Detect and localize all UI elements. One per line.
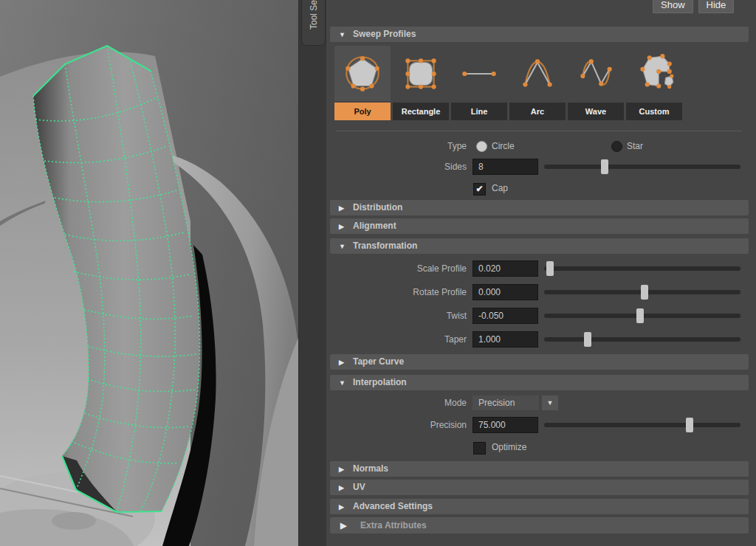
optimize-checkbox[interactable]: ✔ [473,442,486,455]
cap-row: ✔ Cap [326,182,749,195]
profile-tile-poly[interactable] [334,46,391,101]
tab-custom[interactable]: Custom [626,103,682,120]
show-button[interactable]: Show [653,0,693,13]
section-taper-curve[interactable]: ▶Taper Curve [330,354,749,370]
section-advanced-settings[interactable]: ▶Advanced Settings [330,499,749,514]
show-hide-group: Show Hide [653,0,734,13]
wave-profile-icon [574,52,617,95]
viewport-scene [0,0,298,546]
rotate-profile-input[interactable]: 0.000 [472,284,538,300]
tool-settings-panel: Show Hide ▼Sweep Profiles [326,0,756,546]
chevron-right-icon: ▶ [339,201,346,216]
section-distribution[interactable]: ▶Distribution [330,200,749,215]
star-radio-label[interactable]: Star [627,140,643,152]
maya-tool-settings-window: Tool Se Show Hide ▼Sweep Profiles [0,0,756,546]
scale-profile-row: Scale Profile 0.020 [326,260,749,277]
rotate-profile-label: Rotate Profile [326,284,467,300]
tab-rectangle[interactable]: Rectangle [393,103,449,120]
cap-checkbox-label[interactable]: Cap [492,182,508,196]
cap-checkbox[interactable]: ✔ [473,183,486,196]
circle-radio-label[interactable]: Circle [492,140,515,152]
section-normals[interactable]: ▶Normals [330,461,749,477]
precision-row: Precision 75.000 [326,417,749,433]
taper-slider[interactable] [544,331,740,348]
sides-label: Sides [326,159,467,175]
twist-slider-handle[interactable] [636,308,644,323]
sides-slider-handle[interactable] [601,159,608,174]
rotate-profile-slider[interactable] [544,284,740,300]
twist-label: Twist [326,308,467,324]
chevron-down-icon: ▼ [339,239,346,255]
profile-tile-arc[interactable] [509,46,566,101]
scale-profile-slider[interactable] [544,260,740,277]
taper-slider-handle[interactable] [584,332,591,347]
mode-row: Mode Precision ▼ [326,395,749,410]
profile-tile-custom[interactable] [626,46,682,101]
section-uv[interactable]: ▶UV [330,480,749,495]
section-alignment[interactable]: ▶Alignment [330,218,749,234]
arc-profile-icon [516,52,559,95]
rotate-profile-slider-handle[interactable] [641,285,648,300]
line-profile-icon [458,52,501,95]
rotate-profile-row: Rotate Profile 0.000 [326,284,749,300]
hide-button[interactable]: Hide [698,0,735,13]
optimize-row: ✔ Optimize [326,440,749,454]
section-transformation[interactable]: ▼Transformation [330,238,749,254]
twist-input[interactable]: -0.050 [472,308,538,324]
section-sweep-profiles[interactable]: ▼Sweep Profiles [330,27,749,42]
mode-dropdown[interactable]: Precision [472,395,539,410]
seat-detail [52,512,96,530]
chevron-down-icon: ▼ [547,399,554,407]
profile-tile-wave[interactable] [568,46,624,101]
custom-profile-icon [633,52,676,95]
panel-edge-strip: Tool Se [298,0,327,546]
tab-line[interactable]: Line [451,103,507,120]
chevron-right-icon: ▶ [339,462,346,477]
scale-profile-input[interactable]: 0.020 [472,260,538,277]
tab-tool-settings-label: Tool Se [309,0,319,30]
precision-input[interactable]: 75.000 [472,417,538,433]
chevron-right-icon: ▶ [339,500,346,515]
mode-dropdown-arrow-button[interactable]: ▼ [542,395,558,410]
type-label: Type [326,140,467,152]
scale-profile-label: Scale Profile [326,260,467,277]
taper-input[interactable]: 1.000 [472,331,538,348]
precision-slider-handle[interactable] [686,418,693,432]
profile-tile-rectangle[interactable] [393,46,449,101]
type-row: Type Circle Star [326,140,749,152]
chevron-right-icon: ▶ [339,219,346,235]
scale-profile-slider-track[interactable] [544,266,740,271]
section-extra-attributes[interactable]: ▶Extra Attributes [330,517,749,533]
rectangle-profile-icon [399,52,442,95]
precision-label: Precision [326,417,467,433]
precision-slider-track[interactable] [544,423,740,427]
profile-tile-line[interactable] [451,46,507,101]
optimize-checkbox-label[interactable]: Optimize [492,440,526,455]
scale-profile-slider-handle[interactable] [546,261,554,276]
circle-radio[interactable] [476,141,487,152]
tab-tool-settings[interactable]: Tool Se [301,0,326,46]
tab-poly[interactable]: Poly [334,103,391,120]
sides-input[interactable]: 8 [472,159,538,175]
sides-slider[interactable] [544,159,740,175]
twist-row: Twist -0.050 [326,308,749,324]
tab-arc[interactable]: Arc [509,103,566,120]
chevron-right-icon: ▶ [340,517,348,533]
pentagon-profile-icon [341,52,384,95]
divider [336,131,742,131]
twist-slider[interactable] [544,308,740,324]
taper-row: Taper 1.000 [326,331,749,348]
taper-label: Taper [326,331,467,348]
chevron-right-icon: ▶ [339,480,346,496]
mode-label: Mode [326,395,467,410]
viewport-3d[interactable] [0,0,298,546]
section-interpolation[interactable]: ▼Interpolation [330,375,749,390]
star-radio[interactable] [611,141,622,152]
tab-wave[interactable]: Wave [568,103,624,120]
chevron-right-icon: ▶ [339,355,346,370]
sides-slider-track[interactable] [544,165,740,169]
precision-slider[interactable] [544,417,740,433]
taper-slider-track[interactable] [544,337,740,342]
chevron-down-icon: ▼ [339,27,346,43]
chevron-down-icon: ▼ [339,376,346,391]
